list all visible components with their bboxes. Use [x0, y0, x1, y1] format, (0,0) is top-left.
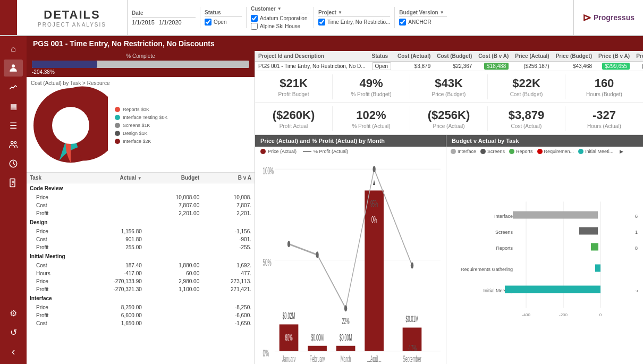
customer-alpine-checkbox[interactable]: [251, 23, 258, 30]
svg-text:Reports: Reports: [496, 246, 513, 251]
project-banner: PGS 001 - Time Entry, No Restriction, No…: [27, 36, 643, 51]
kpi-price-actual: ($256K) Price (Actual): [410, 106, 488, 131]
sidebar-icon-chart-line[interactable]: [4, 79, 23, 96]
table-row: Profit -270,321.30 1,100.00 271,421.: [27, 285, 255, 293]
table-row: Price 1,156.80 -1,156.: [27, 227, 255, 235]
table-row: Design: [27, 217, 255, 227]
sidebar-icon-settings[interactable]: ⚙: [4, 304, 23, 321]
svg-point-0: [12, 64, 15, 67]
budget-anchor-label: ANCHOR: [408, 19, 431, 25]
kpi-pct-profit-budget-label: % Profit (Budget): [335, 91, 408, 97]
svg-text:$0.00M: $0.00M: [340, 333, 352, 342]
kpi-hours-budget-value: 160: [568, 77, 641, 90]
svg-text:$0.02M: $0.02M: [283, 311, 295, 321]
line-bar-chart: Price (Actual) and % Profit (Actual) by …: [255, 135, 446, 364]
kpi-cost-actual-value: $3,879: [490, 108, 563, 122]
kpi-pct-profit-actual-label: % Profit (Actual): [335, 123, 408, 129]
project-filter[interactable]: Project ▼ Time Entry, No Restrictio...: [318, 10, 390, 26]
budget-version-filter[interactable]: Budget Version ▼ ANCHOR: [399, 10, 447, 26]
col-project-id: Project Id and Description: [255, 51, 369, 62]
sidebar-icon-document[interactable]: [4, 174, 23, 191]
col-profit-actual: Profit Actual: [633, 51, 643, 62]
table-row: Hours -417.00 60.00 477.: [27, 269, 255, 277]
date-filter-label: Date: [132, 10, 196, 18]
sidebar-icon-back[interactable]: ‹: [4, 343, 23, 360]
kpi-price-budget: $43K Price (Budget): [410, 74, 488, 99]
app-title: DETAILS: [44, 8, 100, 22]
legend-interface: Interface: [458, 149, 476, 154]
svg-text:April: April: [370, 354, 378, 362]
pie-chart-svg: [33, 86, 108, 165]
svg-text:16: 16: [635, 230, 638, 235]
project-filter-label: Project ▼: [318, 10, 390, 17]
col-price-actual: Price (Actual): [512, 51, 552, 62]
kpi-hours-budget: 160 Hours (Budget): [565, 74, 643, 99]
svg-text:80%: 80%: [285, 333, 292, 342]
progressus-logo-text: Progressus: [594, 13, 634, 22]
svg-rect-57: [505, 286, 600, 293]
kpi-hours-budget-label: Hours (Budget): [568, 91, 641, 97]
col-budget: Budget: [145, 173, 202, 183]
date-filter[interactable]: Date 1/1/2015 1/1/2020: [132, 10, 196, 26]
progress-bar-track: [32, 61, 249, 68]
customer-filter-label: Customer ▼: [251, 6, 309, 13]
kpi-price-actual-label: Price (Actual): [412, 123, 485, 129]
line-chart-legend: Price (Actual) % Profit (Actual): [255, 147, 446, 156]
line-chart-area: 100% 50% 0% $0.02M 80%: [255, 156, 446, 364]
project-time-checkbox[interactable]: [318, 19, 325, 26]
sidebar-icon-person[interactable]: [4, 60, 23, 77]
hbar-svg: Interface 66 Screens 16 Reports 8: [452, 159, 638, 361]
pie-legend: Reports $0K Interface Testing $0K Screen…: [115, 107, 167, 144]
kpi-profit-budget-value: $21K: [257, 77, 330, 90]
status-filter[interactable]: Status Open: [205, 10, 242, 26]
svg-text:22%: 22%: [342, 317, 349, 326]
sidebar-icon-clock[interactable]: [4, 155, 23, 172]
kpi-pct-profit-actual: 102% % Profit (Actual): [333, 106, 410, 131]
col-cost-budget: Cost (Budget): [434, 51, 475, 62]
sidebar-icon-home[interactable]: ⌂: [4, 40, 23, 57]
app-subtitle: PROJECT ANALYSIS: [38, 22, 106, 28]
hbar-scroll-arrow[interactable]: ▶: [620, 149, 623, 154]
customer-filter[interactable]: Customer ▼ Adatum Corporation Alpine Ski…: [251, 6, 309, 30]
svg-point-31: [287, 241, 290, 247]
svg-text:0%: 0%: [263, 348, 269, 359]
date-start: 1/1/2015: [132, 19, 155, 26]
pie-legend-reports: Reports $0K: [123, 107, 149, 112]
status-open-label: Open: [214, 19, 226, 25]
project-time-label: Time Entry, No Restrictio...: [327, 19, 390, 25]
kpi-profit-actual: ($260K) Profit Actual: [255, 106, 333, 131]
project-table-row: PGS 001 - Time Entry, No Restriction, No…: [255, 62, 643, 71]
sidebar-icon-refresh[interactable]: ↺: [4, 324, 23, 341]
legend-reports: Reports: [516, 149, 533, 154]
sidebar-icon-grid[interactable]: ▦: [4, 98, 23, 115]
svg-text:September: September: [403, 354, 421, 362]
kpi-profit-actual-value: ($260K): [257, 108, 330, 122]
col-status: Status: [369, 51, 394, 62]
budget-anchor-checkbox[interactable]: [399, 19, 406, 26]
svg-rect-52: [591, 243, 598, 251]
svg-point-32: [316, 251, 318, 258]
svg-text:-400: -400: [522, 312, 531, 317]
customer-adatum-checkbox[interactable]: [251, 15, 258, 22]
col-price-bva: Price (B v A): [595, 51, 633, 62]
svg-point-2: [14, 141, 16, 143]
col-bva: B v A: [202, 173, 255, 183]
svg-text:66: 66: [635, 214, 638, 219]
hbar-chart-area: Interface 66 Screens 16 Reports 8: [446, 156, 643, 364]
legend-pct-profit-actual: % Profit (Actual): [314, 149, 348, 154]
svg-text:February: February: [310, 354, 325, 362]
pie-legend-testing: Interface Testing $0K: [123, 115, 167, 120]
kpi-row-2: ($260K) Profit Actual 102% % Profit (Act…: [255, 103, 643, 135]
svg-text:$0.01M: $0.01M: [406, 315, 419, 324]
sidebar-icon-users[interactable]: [4, 136, 23, 153]
table-row: Code Review: [27, 183, 255, 194]
kpi-row-1: $21K Profit Budget 49% % Profit (Budget)…: [255, 71, 643, 103]
table-row: Price -270,133.90 2,980.00 273,113.: [27, 277, 255, 285]
table-row: Cost 7,807.00 7,807.: [27, 201, 255, 209]
sidebar-icon-list[interactable]: ☰: [4, 117, 23, 134]
status-badge: Open: [372, 62, 391, 70]
svg-rect-21: [336, 346, 356, 351]
kpi-price-budget-label: Price (Budget): [412, 91, 485, 97]
status-open-checkbox[interactable]: [205, 19, 211, 26]
cost-bva-badge: $18,488: [484, 63, 509, 70]
